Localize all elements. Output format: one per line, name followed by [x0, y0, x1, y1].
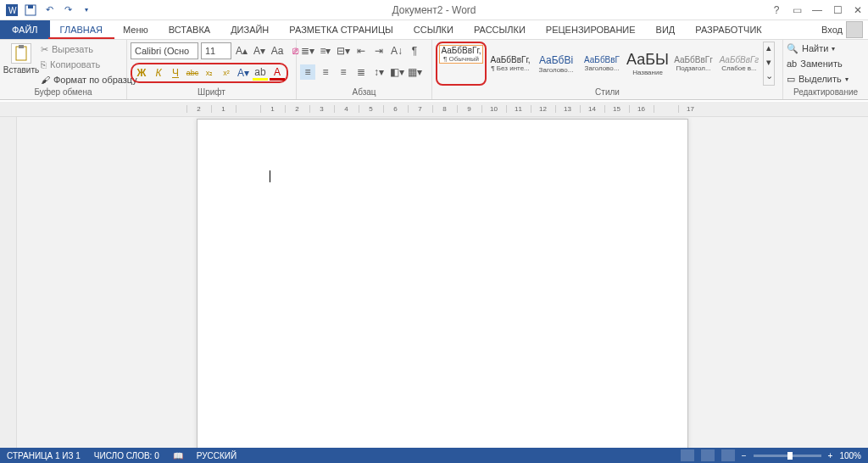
line-spacing-icon[interactable]: ↕▾ — [371, 64, 387, 80]
avatar-icon — [846, 21, 863, 38]
font-color-icon[interactable]: A — [270, 65, 285, 81]
view-web-icon[interactable] — [721, 449, 735, 461]
vertical-ruler[interactable] — [0, 117, 17, 448]
style-title[interactable]: АаБЫ Название — [626, 42, 670, 86]
numbering-icon[interactable]: ≡▾ — [318, 43, 333, 59]
sign-in[interactable]: Вход — [821, 20, 863, 39]
cut-button[interactable]: ✂Вырезать — [41, 42, 137, 57]
maximize-button[interactable]: ☐ — [827, 0, 848, 20]
tab-home[interactable]: ГЛАВНАЯ — [50, 20, 113, 39]
bold-button[interactable]: Ж — [134, 65, 149, 81]
tab-insert[interactable]: ВСТАВКА — [159, 20, 220, 39]
sign-in-label: Вход — [821, 25, 843, 35]
strike-button[interactable]: abc — [185, 65, 200, 81]
style-no-spacing[interactable]: АаБбВвГг, ¶ Без инте... — [488, 42, 532, 86]
status-language[interactable]: РУССКИЙ — [197, 451, 236, 460]
tab-references[interactable]: ССЫЛКИ — [403, 20, 464, 39]
sort-icon[interactable]: A↓ — [389, 43, 404, 59]
status-proof-icon[interactable]: 📖 — [173, 451, 183, 460]
tab-menu[interactable]: Меню — [113, 20, 159, 39]
show-marks-icon[interactable]: ¶ — [407, 43, 422, 59]
style-heading1[interactable]: АаБбВі Заголово... — [534, 42, 578, 86]
styles-gallery[interactable]: АаБбВвГг, ¶ Обычный АаБбВвГг, ¶ Без инте… — [436, 42, 775, 86]
zoom-level[interactable]: 100% — [839, 451, 861, 460]
style-subtle[interactable]: АаБбВвГг Слабое в... — [717, 42, 761, 86]
grow-font-icon[interactable]: A▴ — [234, 43, 249, 59]
zoom-in-button[interactable]: + — [828, 451, 833, 460]
qat-more-icon[interactable]: ▾ — [80, 3, 93, 17]
italic-button[interactable]: К — [151, 65, 166, 81]
justify-icon[interactable]: ≣ — [353, 64, 369, 80]
brush-icon: 🖌 — [41, 75, 50, 85]
view-read-icon[interactable] — [681, 449, 694, 461]
redo-icon[interactable]: ↷ — [61, 3, 75, 17]
svg-rect-5 — [19, 45, 24, 48]
help-button[interactable]: ? — [766, 0, 787, 20]
shrink-font-icon[interactable]: A▾ — [252, 43, 267, 59]
highlight-color-icon[interactable]: ab — [253, 65, 268, 81]
svg-rect-3 — [28, 5, 33, 8]
ribbon-display-button[interactable]: ▭ — [787, 0, 807, 20]
style-heading2[interactable]: АаБбВвГ Заголово... — [580, 42, 624, 86]
undo-icon[interactable]: ↶ — [42, 3, 56, 17]
find-button[interactable]: 🔍Найти▾ — [787, 42, 849, 55]
indent-left-icon[interactable]: ⇤ — [353, 43, 369, 59]
svg-rect-4 — [16, 47, 26, 60]
text-effects-icon[interactable]: A▾ — [236, 65, 251, 81]
statusbar: СТРАНИЦА 1 ИЗ 1 ЧИСЛО СЛОВ: 0 📖 РУССКИЙ … — [0, 448, 868, 463]
select-button[interactable]: ▭Выделить▾ — [787, 72, 849, 86]
tab-design[interactable]: ДИЗАЙН — [220, 20, 279, 39]
subscript-button[interactable]: x₂ — [202, 65, 217, 81]
align-right-icon[interactable]: ≡ — [336, 64, 351, 80]
tab-view[interactable]: ВИД — [646, 20, 686, 39]
cut-icon: ✂ — [41, 44, 48, 55]
indent-right-icon[interactable]: ⇥ — [371, 43, 387, 59]
tab-mailings[interactable]: РАССЫЛКИ — [464, 20, 536, 39]
format-painter-button[interactable]: 🖌Формат по образцу — [41, 72, 137, 87]
multilevel-icon[interactable]: ⊟▾ — [336, 43, 351, 59]
group-paragraph: ≣▾ ≡▾ ⊟▾ ⇤ ⇥ A↓ ¶ ≡ ≡ ≡ ≣ ↕▾ ◧▾ ▦▾ Абзац — [297, 40, 432, 99]
shading-icon[interactable]: ◧▾ — [389, 64, 404, 80]
group-editing: 🔍Найти▾ abЗаменить ▭Выделить▾ Редактиров… — [783, 40, 868, 99]
group-label-styles: Стили — [436, 87, 779, 99]
status-words[interactable]: ЧИСЛО СЛОВ: 0 — [94, 451, 159, 460]
zoom-out-button[interactable]: − — [742, 451, 747, 460]
tab-review[interactable]: РЕЦЕНЗИРОВАНИЕ — [536, 20, 646, 39]
align-center-icon[interactable]: ≡ — [318, 64, 333, 80]
bullets-icon[interactable]: ≣▾ — [300, 43, 315, 59]
tab-file[interactable]: ФАЙЛ — [0, 20, 50, 39]
document-area — [0, 117, 868, 448]
style-subtitle[interactable]: АаБбВвГг Подзагол... — [671, 42, 715, 86]
align-left-icon[interactable]: ≡ — [300, 64, 315, 80]
paste-label: Вставить — [3, 65, 39, 75]
close-button[interactable]: ✕ — [848, 0, 868, 20]
style-normal[interactable]: АаБбВвГг, ¶ Обычный — [439, 45, 483, 64]
replace-button[interactable]: abЗаменить — [787, 57, 849, 70]
copy-button[interactable]: ⎘Копировать — [41, 57, 137, 72]
underline-button[interactable]: Ч — [168, 65, 183, 81]
horizontal-ruler[interactable]: 211234567891011121314151617 — [0, 102, 868, 117]
paste-button[interactable]: Вставить — [3, 42, 39, 76]
copy-icon: ⎘ — [41, 59, 47, 70]
borders-icon[interactable]: ▦▾ — [407, 64, 422, 80]
zoom-slider[interactable] — [754, 455, 821, 457]
window-title: Документ2 - Word — [0, 4, 868, 16]
view-print-icon[interactable] — [701, 449, 715, 461]
style-highlight: АаБбВвГг, ¶ Обычный — [436, 42, 487, 86]
tab-layout[interactable]: РАЗМЕТКА СТРАНИЦЫ — [279, 20, 403, 39]
page[interactable] — [197, 119, 688, 448]
replace-icon: ab — [787, 59, 797, 69]
styles-more-button[interactable]: ▴▾⌄ — [763, 42, 775, 86]
change-case-icon[interactable]: Aa — [270, 43, 285, 59]
font-name-combo[interactable]: Calibri (Осно — [131, 42, 198, 59]
minimize-button[interactable]: — — [807, 0, 827, 20]
app-icon: W — [5, 3, 19, 17]
status-page[interactable]: СТРАНИЦА 1 ИЗ 1 — [7, 451, 81, 460]
titlebar: W ↶ ↷ ▾ Документ2 - Word ? ▭ — ☐ ✕ — [0, 0, 868, 20]
superscript-button[interactable]: x² — [219, 65, 234, 81]
quick-access-toolbar: W ↶ ↷ ▾ — [0, 3, 93, 17]
select-icon: ▭ — [787, 74, 795, 85]
tab-developer[interactable]: РАЗРАБОТЧИК — [685, 20, 771, 39]
font-size-combo[interactable]: 11 — [201, 42, 231, 59]
save-icon[interactable] — [24, 3, 37, 17]
